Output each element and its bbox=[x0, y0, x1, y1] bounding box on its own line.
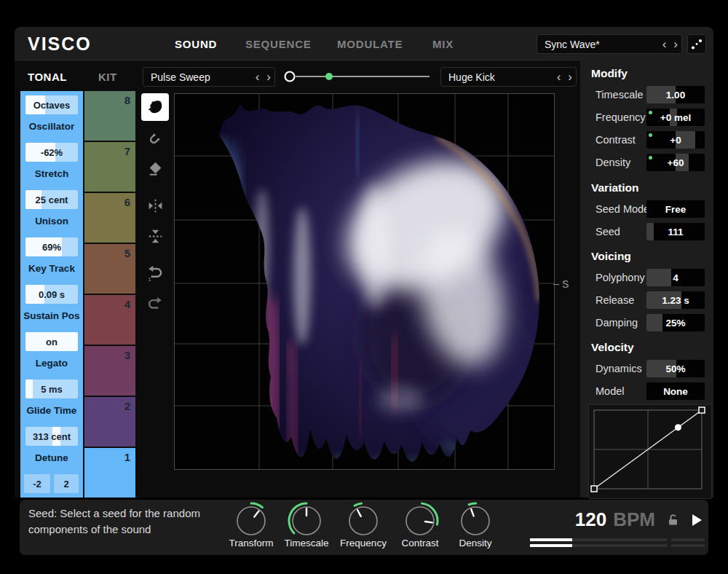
preset-a-selector[interactable]: Pulse Sweep ‹ › bbox=[143, 67, 275, 87]
glide-time-value[interactable]: 5 ms bbox=[25, 380, 78, 398]
sustain-marker-tick bbox=[553, 284, 559, 285]
layer-swatch-8[interactable]: 8 bbox=[84, 91, 135, 142]
layer-swatch-4[interactable]: 4 bbox=[84, 295, 135, 346]
timescale-knob[interactable] bbox=[286, 500, 327, 541]
value-text: 25% bbox=[646, 314, 705, 331]
velocity-curve-editor[interactable] bbox=[588, 404, 712, 499]
layer-swatch-7[interactable]: 7 bbox=[84, 142, 135, 193]
value-text: 69% bbox=[25, 237, 78, 256]
seed-label: Seed bbox=[596, 226, 620, 237]
tab-mix[interactable]: MIX bbox=[432, 38, 454, 50]
value-text: Free bbox=[646, 200, 705, 218]
layer-swatch-6[interactable]: 6 bbox=[84, 193, 135, 244]
key-track-value[interactable]: 69% bbox=[25, 237, 78, 256]
tonal-parameter-panel: Octaves Oscillator -62% Stretch 25 cent … bbox=[20, 91, 83, 498]
stretch-value[interactable]: -62% bbox=[25, 143, 78, 162]
seed-value[interactable]: 111 bbox=[646, 223, 705, 240]
oscillator-label: Oscillator bbox=[20, 121, 83, 132]
layer-number: 8 bbox=[124, 94, 130, 106]
sustain-pos-label: Sustain Pos bbox=[20, 310, 83, 321]
layer-number: 5 bbox=[124, 247, 130, 259]
layer-swatches: 8 7 6 5 4 3 2 1 bbox=[84, 91, 135, 498]
value-text: 1.00 bbox=[646, 86, 705, 103]
preset-b-prev-icon[interactable]: ‹ bbox=[553, 71, 565, 83]
legato-value[interactable]: on bbox=[25, 332, 78, 351]
draw-tool-button[interactable] bbox=[141, 93, 169, 121]
release-value[interactable]: 1.23 s bbox=[646, 291, 705, 309]
morph-slider[interactable] bbox=[282, 69, 432, 84]
eraser-tool-button[interactable] bbox=[141, 154, 169, 181]
sidebar-tab-kit[interactable]: KIT bbox=[98, 71, 117, 83]
tab-modulate[interactable]: MODULATE bbox=[337, 38, 403, 50]
spectral-canvas[interactable] bbox=[174, 93, 555, 470]
value-text: +0 mel bbox=[646, 109, 705, 126]
transform-knob[interactable] bbox=[231, 500, 272, 541]
key-track-label: Key Track bbox=[20, 263, 83, 274]
patch-next-icon[interactable]: › bbox=[670, 38, 681, 50]
transport-progress-bar[interactable] bbox=[530, 538, 705, 541]
polyphony-value[interactable]: 4 bbox=[646, 269, 705, 286]
density-value[interactable]: +60 bbox=[646, 154, 705, 171]
range-low-button[interactable]: -2 bbox=[24, 474, 50, 493]
dynamics-value[interactable]: 50% bbox=[646, 360, 705, 377]
curve-handle-start[interactable] bbox=[591, 486, 597, 492]
unison-value[interactable]: 25 cent bbox=[25, 190, 78, 209]
density-knob-label: Density bbox=[440, 538, 510, 549]
tab-sequence[interactable]: SEQUENCE bbox=[245, 38, 312, 50]
detune-value[interactable]: 313 cent bbox=[25, 427, 78, 446]
seed-mode-value[interactable]: Free bbox=[646, 200, 705, 218]
oscillator-value[interactable]: Octaves bbox=[25, 95, 78, 114]
undo-button[interactable]: 1 bbox=[141, 260, 169, 288]
preset-a-next-icon[interactable]: › bbox=[263, 71, 274, 83]
preset-b-next-icon[interactable]: › bbox=[564, 71, 576, 83]
bottom-bar: Seed: Select a seed for the random compo… bbox=[20, 500, 708, 555]
contrast-value[interactable]: +0 bbox=[646, 131, 705, 149]
sidebar-tab-tonal[interactable]: TONAL bbox=[28, 71, 67, 83]
layer-swatch-1[interactable]: 1 bbox=[84, 448, 135, 498]
layer-swatch-2[interactable]: 2 bbox=[84, 397, 135, 448]
curve-point[interactable] bbox=[675, 424, 681, 430]
value-text: 1.23 s bbox=[646, 291, 705, 309]
morph-slider-handle[interactable] bbox=[325, 73, 333, 80]
range-high-button[interactable]: 2 bbox=[54, 474, 79, 493]
frequency-knob[interactable] bbox=[343, 500, 384, 541]
damping-value[interactable]: 25% bbox=[646, 314, 705, 331]
transport-progress-bar[interactable] bbox=[530, 544, 705, 547]
curve-handle-end[interactable] bbox=[699, 407, 705, 413]
polyphony-label: Polyphony bbox=[596, 272, 645, 283]
play-button[interactable] bbox=[692, 514, 702, 526]
value-text: Octaves bbox=[25, 95, 78, 114]
contrast-label: Contrast bbox=[596, 134, 636, 146]
tab-sound[interactable]: SOUND bbox=[175, 38, 217, 50]
value-text: -62% bbox=[25, 143, 78, 162]
morph-slider-origin[interactable] bbox=[285, 72, 295, 82]
value-text: +60 bbox=[646, 154, 705, 171]
sustain-pos-value[interactable]: 0.09 s bbox=[25, 285, 78, 304]
density-knob[interactable] bbox=[455, 500, 496, 541]
preset-b-selector[interactable]: Huge Kick ‹ › bbox=[440, 67, 577, 87]
magnet-tool-button[interactable] bbox=[141, 124, 169, 152]
contrast-knob[interactable] bbox=[400, 500, 440, 541]
layer-number: 7 bbox=[124, 145, 130, 157]
layer-swatch-5[interactable]: 5 bbox=[84, 244, 135, 295]
collapse-horizontal-tool-button[interactable] bbox=[141, 192, 169, 219]
tempo-lock-button[interactable] bbox=[667, 514, 679, 526]
frequency-value[interactable]: +0 mel bbox=[646, 109, 705, 126]
tempo-value[interactable]: 120 bbox=[575, 508, 606, 531]
patch-prev-icon[interactable]: ‹ bbox=[659, 38, 670, 50]
seed-mode-label: Seed Mode bbox=[596, 203, 649, 215]
value-text: 50% bbox=[646, 360, 705, 377]
collapse-vertical-icon bbox=[146, 227, 165, 245]
redo-button[interactable] bbox=[141, 290, 169, 318]
randomize-button[interactable] bbox=[687, 34, 706, 54]
layer-swatch-3[interactable]: 3 bbox=[84, 346, 135, 397]
model-value[interactable]: None bbox=[646, 382, 705, 400]
preset-a-prev-icon[interactable]: ‹ bbox=[252, 71, 264, 83]
patch-selector[interactable]: Sync Wave* ‹ › bbox=[537, 34, 682, 54]
modify-section-title: Modify bbox=[591, 67, 628, 80]
stretch-label: Stretch bbox=[20, 168, 83, 179]
tooltip-line-1: Seed: Select a seed for the random bbox=[28, 507, 200, 519]
glide-time-label: Glide Time bbox=[20, 405, 83, 416]
timescale-value[interactable]: 1.00 bbox=[646, 86, 705, 103]
collapse-vertical-tool-button[interactable] bbox=[141, 222, 169, 250]
